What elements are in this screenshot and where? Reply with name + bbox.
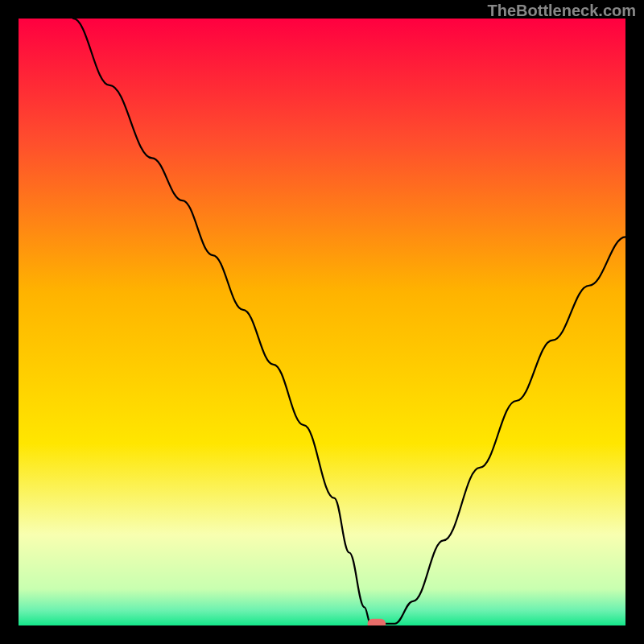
bottleneck-marker	[368, 619, 386, 625]
chart-frame: TheBottleneck.com	[0, 0, 644, 644]
bottleneck-chart	[19, 19, 625, 625]
watermark: TheBottleneck.com	[488, 2, 636, 20]
gradient-background	[19, 19, 625, 625]
